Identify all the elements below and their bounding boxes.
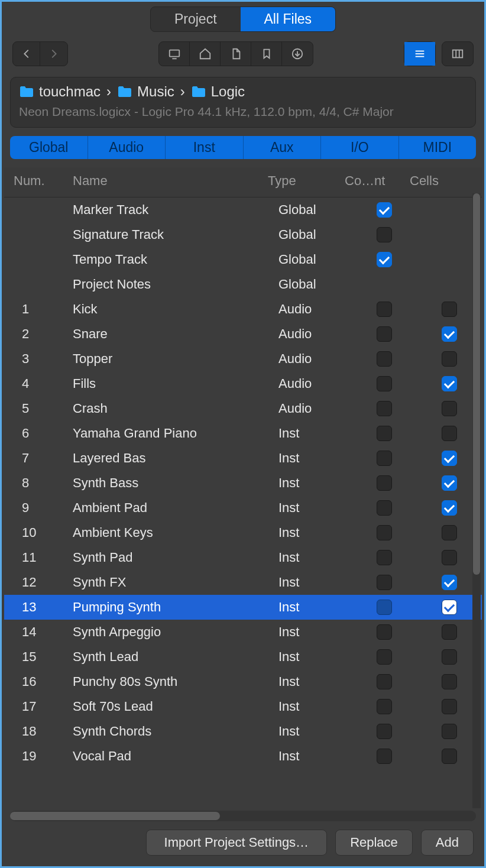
table-row[interactable]: 7 Layered Bas Inst xyxy=(4,446,482,471)
filter-i-o[interactable]: I/O xyxy=(321,136,399,159)
filter-midi[interactable]: MIDI xyxy=(399,136,477,159)
content-checkbox[interactable] xyxy=(377,376,392,391)
table-row[interactable]: 1 Kick Audio xyxy=(4,297,482,322)
table-body[interactable]: Marker Track Global Signature Track Glob… xyxy=(4,197,482,808)
vertical-scrollbar[interactable] xyxy=(472,193,481,808)
bookmark-button[interactable] xyxy=(251,42,282,66)
content-checkbox[interactable] xyxy=(377,401,392,416)
cells-checkbox[interactable] xyxy=(442,500,457,516)
column-num[interactable]: Num. xyxy=(10,171,69,191)
content-checkbox[interactable] xyxy=(377,326,392,342)
project-button[interactable] xyxy=(221,42,251,66)
table-row[interactable]: 9 Ambient Pad Inst xyxy=(4,495,482,520)
cells-checkbox[interactable] xyxy=(442,699,457,714)
table-row[interactable]: 6 Yamaha Grand Piano Inst xyxy=(4,421,482,446)
table-row[interactable]: 3 Topper Audio xyxy=(4,346,482,371)
column-type[interactable]: Type xyxy=(264,171,341,191)
content-checkbox[interactable] xyxy=(377,699,392,714)
content-checkbox[interactable] xyxy=(377,724,392,739)
cells-checkbox[interactable] xyxy=(442,525,457,540)
content-checkbox[interactable] xyxy=(377,475,392,491)
back-button[interactable] xyxy=(13,42,40,66)
horizontal-scroll-thumb[interactable] xyxy=(10,812,220,820)
column-content[interactable]: Co…nt xyxy=(341,171,406,191)
table-row[interactable]: 2 Snare Audio xyxy=(4,322,482,346)
breadcrumb-item[interactable]: touchmac xyxy=(19,83,101,100)
svg-rect-6 xyxy=(453,50,463,58)
import-settings-button[interactable]: Import Project Settings… xyxy=(146,830,328,856)
add-button[interactable]: Add xyxy=(421,830,474,856)
content-checkbox[interactable] xyxy=(377,202,392,218)
cells-checkbox[interactable] xyxy=(442,302,457,317)
download-button[interactable] xyxy=(282,42,313,66)
cell-type: Inst xyxy=(275,699,352,714)
content-checkbox[interactable] xyxy=(377,550,392,565)
content-checkbox[interactable] xyxy=(377,525,392,540)
table-row[interactable]: Project Notes Global xyxy=(4,272,482,297)
column-name[interactable]: Name xyxy=(69,171,264,191)
content-checkbox[interactable] xyxy=(377,500,392,516)
cells-checkbox[interactable] xyxy=(442,575,457,590)
table-row[interactable]: Tempo Track Global xyxy=(4,247,482,272)
cells-checkbox[interactable] xyxy=(442,600,457,615)
content-checkbox[interactable] xyxy=(377,674,392,689)
table-row[interactable]: 8 Synth Bass Inst xyxy=(4,471,482,495)
cells-checkbox[interactable] xyxy=(442,624,457,640)
table-row[interactable]: 13 Pumping Synth Inst xyxy=(4,595,482,620)
tab-project[interactable]: Project xyxy=(151,7,241,31)
content-checkbox[interactable] xyxy=(377,351,392,367)
cells-checkbox[interactable] xyxy=(442,401,457,416)
cells-checkbox[interactable] xyxy=(442,724,457,739)
computer-button[interactable] xyxy=(159,42,190,66)
table-row[interactable]: 11 Synth Pad Inst xyxy=(4,545,482,570)
cells-checkbox[interactable] xyxy=(442,451,457,466)
forward-button[interactable] xyxy=(40,42,67,66)
table-row[interactable]: Marker Track Global xyxy=(4,197,482,222)
table-row[interactable]: 14 Synth Arpeggio Inst xyxy=(4,620,482,644)
content-checkbox[interactable] xyxy=(377,575,392,590)
table-row[interactable]: 10 Ambient Keys Inst xyxy=(4,520,482,545)
table-row[interactable]: 15 Synth Lead Inst xyxy=(4,644,482,669)
table-row[interactable]: 4 Fills Audio xyxy=(4,371,482,396)
table-row[interactable]: 5 Crash Audio xyxy=(4,396,482,421)
home-button[interactable] xyxy=(190,42,221,66)
cells-checkbox[interactable] xyxy=(442,674,457,689)
content-checkbox[interactable] xyxy=(377,600,392,615)
table-row[interactable]: 12 Synth FX Inst xyxy=(4,570,482,595)
table-row[interactable]: 16 Punchy 80s Synth Inst xyxy=(4,669,482,694)
cells-checkbox[interactable] xyxy=(442,326,457,342)
columns-view-button[interactable] xyxy=(442,42,473,66)
content-checkbox[interactable] xyxy=(377,426,392,441)
content-checkbox[interactable] xyxy=(377,749,392,764)
table-row[interactable]: 18 Synth Chords Inst xyxy=(4,719,482,744)
breadcrumb-item[interactable]: Music xyxy=(117,83,174,100)
list-view-button[interactable] xyxy=(404,42,435,66)
vertical-scroll-thumb[interactable] xyxy=(473,193,480,575)
breadcrumb-item[interactable]: Logic xyxy=(191,83,245,100)
cells-checkbox[interactable] xyxy=(442,426,457,441)
column-cells[interactable]: Cells xyxy=(406,171,471,191)
cells-checkbox[interactable] xyxy=(442,749,457,764)
cells-checkbox[interactable] xyxy=(442,550,457,565)
content-checkbox[interactable] xyxy=(377,227,392,242)
filter-global[interactable]: Global xyxy=(10,136,88,159)
content-checkbox[interactable] xyxy=(377,302,392,317)
content-checkbox[interactable] xyxy=(377,252,392,267)
cells-checkbox[interactable] xyxy=(442,475,457,491)
content-checkbox[interactable] xyxy=(377,649,392,665)
cells-checkbox[interactable] xyxy=(442,351,457,367)
table-row[interactable]: 17 Soft 70s Lead Inst xyxy=(4,694,482,719)
content-checkbox[interactable] xyxy=(377,451,392,466)
cells-checkbox[interactable] xyxy=(442,649,457,665)
table-row[interactable]: 19 Vocal Pad Inst xyxy=(4,744,482,769)
filter-audio[interactable]: Audio xyxy=(88,136,166,159)
cells-checkbox[interactable] xyxy=(442,376,457,391)
cell-type: Inst xyxy=(275,451,352,466)
tab-all-files[interactable]: All Files xyxy=(241,7,336,31)
content-checkbox[interactable] xyxy=(377,624,392,640)
replace-button[interactable]: Replace xyxy=(335,830,413,856)
filter-inst[interactable]: Inst xyxy=(166,136,244,159)
horizontal-scrollbar[interactable] xyxy=(10,811,476,821)
filter-aux[interactable]: Aux xyxy=(244,136,322,159)
table-row[interactable]: Signature Track Global xyxy=(4,222,482,247)
